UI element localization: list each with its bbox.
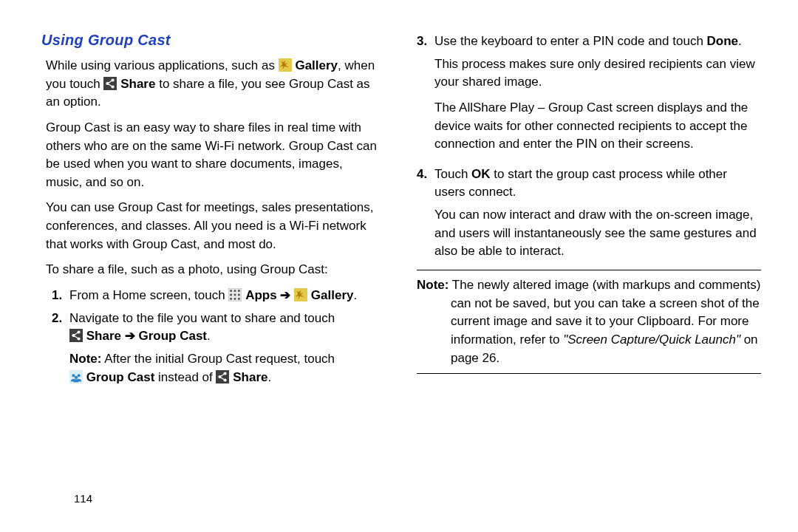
gallery-icon: [294, 288, 307, 301]
gallery-icon: [279, 58, 292, 72]
note-text: Note: The newly altered image (with mark…: [451, 276, 761, 367]
svg-point-28: [78, 374, 81, 377]
two-column-layout: Using Group Cast While using various app…: [37, 30, 761, 391]
text: While using various applications, such a…: [46, 58, 279, 72]
svg-rect-17: [238, 298, 240, 300]
text: Touch: [434, 167, 471, 181]
note-label: Note:: [69, 352, 101, 366]
text: Use the keyboard to enter a PIN code and…: [434, 34, 707, 48]
section-heading: Using Group Cast: [41, 30, 381, 51]
group-cast-icon: [69, 370, 83, 383]
step-1: 1. From a Home screen, touch Apps ➔ Gall…: [52, 287, 381, 305]
paragraph: While using various applications, such a…: [46, 57, 381, 112]
step-2: 2. Navigate to the file you want to shar…: [52, 310, 381, 387]
right-column: 3. Use the keyboard to enter a PIN code …: [417, 30, 761, 391]
body-text: While using various applications, such a…: [46, 57, 381, 279]
svg-rect-20: [69, 329, 83, 342]
text: instead of: [154, 370, 216, 384]
svg-rect-11: [238, 290, 240, 292]
note-label: Note:: [417, 278, 449, 292]
gallery-label: Gallery: [295, 58, 338, 72]
svg-point-29: [75, 375, 78, 378]
step-number: 3.: [417, 33, 434, 161]
note-block: Note: The newly altered image (with mark…: [417, 270, 761, 374]
paragraph: You can now interact and draw with the o…: [434, 206, 761, 261]
left-column: Using Group Cast While using various app…: [37, 30, 381, 391]
group-cast-label: Group Cast: [86, 370, 155, 384]
done-label: Done: [707, 34, 739, 48]
arrow-icon: ➔: [277, 288, 294, 302]
step-text: Use the keyboard to enter a PIN code and…: [434, 33, 761, 161]
svg-rect-10: [234, 290, 236, 292]
paragraph: The AllShare Play – Group Cast screen di…: [434, 99, 761, 154]
share-label: Share: [120, 77, 155, 91]
cross-reference: "Screen Capture/Quick Launch": [563, 332, 740, 347]
text: .: [738, 34, 742, 48]
text: Navigate to the file you want to share a…: [69, 311, 335, 325]
svg-rect-12: [231, 294, 233, 296]
share-icon: [69, 329, 83, 342]
svg-point-27: [72, 374, 75, 377]
text: .: [354, 288, 358, 302]
share-label: Share: [86, 329, 121, 343]
share-label: Share: [233, 370, 267, 384]
text: From a Home screen, touch: [69, 288, 228, 302]
text: .: [267, 370, 271, 384]
step-text: Touch OK to start the group cast process…: [434, 166, 761, 261]
text: After the initial Group Cast request, to…: [101, 352, 335, 366]
step-3: 3. Use the keyboard to enter a PIN code …: [417, 33, 761, 161]
svg-rect-13: [234, 294, 236, 296]
svg-rect-9: [231, 290, 233, 292]
step-number: 4.: [417, 166, 434, 261]
ok-label: OK: [471, 167, 491, 181]
text: .: [207, 329, 211, 343]
group-cast-label: Group Cast: [138, 329, 207, 343]
apps-icon: [228, 288, 242, 301]
svg-rect-16: [234, 298, 236, 300]
step-number: 1.: [52, 287, 69, 305]
gallery-label: Gallery: [311, 288, 354, 302]
step-text: From a Home screen, touch Apps ➔ Gallery…: [69, 287, 381, 305]
steps-intro: To share a file, such as a photo, using …: [46, 261, 381, 279]
manual-page: Using Group Cast While using various app…: [0, 0, 798, 532]
step-number: 2.: [52, 310, 69, 387]
svg-rect-15: [231, 298, 233, 300]
arrow-icon: ➔: [121, 329, 138, 343]
step-4: 4. Touch OK to start the group cast proc…: [417, 166, 761, 261]
paragraph: This process makes sure only desired rec…: [434, 55, 761, 92]
svg-rect-2: [103, 77, 117, 90]
paragraph: You can use Group Cast for meetings, sal…: [46, 199, 381, 253]
apps-label: Apps: [245, 288, 277, 302]
paragraph: Group Cast is an easy way to share files…: [46, 119, 381, 192]
step-text: Navigate to the file you want to share a…: [69, 310, 381, 387]
page-number: 114: [74, 491, 92, 507]
svg-rect-14: [238, 294, 240, 296]
share-icon: [216, 370, 229, 383]
svg-rect-30: [216, 370, 229, 383]
share-icon: [103, 77, 117, 90]
